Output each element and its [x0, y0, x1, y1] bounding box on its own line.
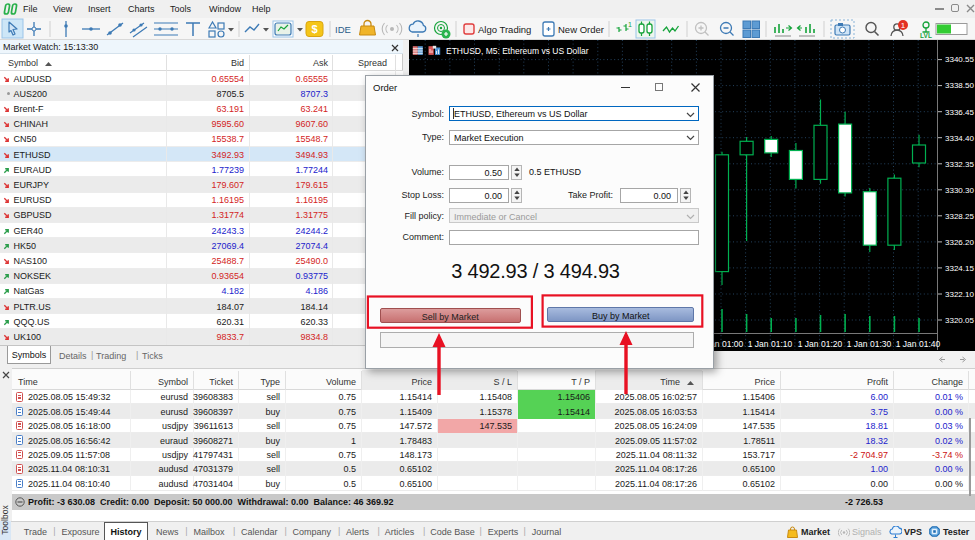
- svg-text:ETHUSD, M5: Ethereum vs US Dol: ETHUSD, M5: Ethereum vs US Dollar: [446, 46, 589, 56]
- svg-text:3334.40: 3334.40: [945, 134, 974, 143]
- svg-text:3338.50: 3338.50: [945, 81, 974, 90]
- svg-text:3332.35: 3332.35: [945, 160, 974, 169]
- svg-text:1 Jan 01:40: 1 Jan 01:40: [896, 339, 941, 349]
- svg-text:1 Jan 01:30: 1 Jan 01:30: [847, 339, 892, 349]
- svg-text:3328.25: 3328.25: [945, 212, 974, 221]
- svg-text:3324.15: 3324.15: [945, 264, 974, 273]
- svg-text:$: $: [311, 23, 317, 35]
- svg-text:LVL: LVL: [920, 32, 932, 39]
- svg-text:New Order: New Order: [558, 24, 604, 35]
- svg-text:Algo Trading: Algo Trading: [478, 24, 531, 35]
- svg-text:1: 1: [628, 21, 632, 28]
- svg-text:3322.10: 3322.10: [945, 290, 974, 299]
- svg-text:IDE: IDE: [335, 24, 351, 35]
- svg-text:3340.55: 3340.55: [945, 55, 974, 64]
- svg-text:1 Jan 01:20: 1 Jan 01:20: [798, 339, 843, 349]
- svg-text:1 Jan 01:10: 1 Jan 01:10: [748, 339, 793, 349]
- svg-text:3326.20: 3326.20: [945, 238, 974, 247]
- svg-text:3320.05: 3320.05: [945, 316, 974, 325]
- svg-text:3330.30: 3330.30: [945, 186, 974, 195]
- svg-text:3336.45: 3336.45: [945, 108, 974, 117]
- svg-text:1: 1: [901, 21, 906, 30]
